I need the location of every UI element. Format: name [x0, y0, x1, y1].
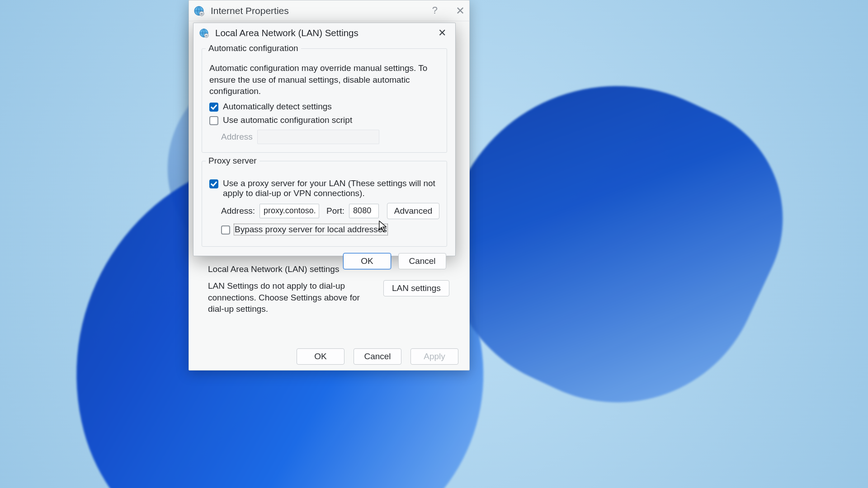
internet-properties-titlebar[interactable]: Internet Properties ? ✕	[189, 0, 469, 21]
lan-settings-button[interactable]: LAN settings	[383, 280, 449, 296]
proxy-server-group: Proxy server Use a proxy server for your…	[202, 161, 447, 247]
close-icon[interactable]: ✕	[456, 5, 465, 17]
ok-button[interactable]: OK	[343, 253, 391, 269]
auto-config-script-label: Use automatic configuration script	[223, 115, 352, 125]
proxy-server-legend: Proxy server	[206, 156, 259, 166]
proxy-port-label: Port:	[326, 206, 344, 216]
auto-config-address-label: Address	[221, 132, 253, 142]
automatic-configuration-legend: Automatic configuration	[206, 43, 301, 53]
lan-settings-title: Local Area Network (LAN) Settings	[215, 28, 359, 38]
cancel-button[interactable]: Cancel	[398, 253, 446, 269]
proxy-address-input[interactable]	[259, 204, 319, 218]
help-button[interactable]: ?	[432, 5, 438, 17]
close-icon[interactable]: ✕	[434, 25, 450, 41]
svg-rect-7	[205, 36, 208, 36]
automatic-configuration-description: Automatic configuration may override man…	[209, 62, 439, 97]
auto-config-address-input[interactable]	[257, 130, 379, 144]
svg-rect-2	[201, 13, 203, 14]
proxy-advanced-button[interactable]: Advanced	[387, 203, 439, 219]
auto-config-script-checkbox[interactable]	[209, 116, 218, 125]
use-proxy-checkbox[interactable]	[209, 179, 218, 188]
automatic-configuration-group: Automatic configuration Automatic config…	[202, 48, 447, 153]
internet-properties-title: Internet Properties	[211, 5, 289, 16]
apply-button[interactable]: Apply	[410, 348, 458, 365]
cancel-button[interactable]: Cancel	[354, 348, 401, 365]
proxy-address-label: Address:	[221, 206, 255, 216]
auto-detect-checkbox[interactable]	[209, 103, 218, 112]
internet-options-icon	[193, 5, 204, 16]
lan-settings-group-text: LAN Settings do not apply to dial-up con…	[208, 280, 375, 315]
svg-rect-3	[201, 14, 203, 14]
use-proxy-label: Use a proxy server for your LAN (These s…	[223, 178, 439, 198]
internet-options-icon	[199, 28, 209, 38]
svg-rect-6	[205, 35, 208, 36]
lan-settings-dialog: Local Area Network (LAN) Settings ✕ Auto…	[193, 23, 456, 256]
lan-settings-titlebar[interactable]: Local Area Network (LAN) Settings ✕	[193, 23, 455, 43]
bypass-proxy-label: Bypass proxy server for local addresses	[235, 225, 387, 235]
auto-detect-label: Automatically detect settings	[223, 102, 332, 112]
ok-button[interactable]: OK	[297, 348, 344, 365]
proxy-port-input[interactable]	[349, 204, 379, 218]
bypass-proxy-checkbox[interactable]	[221, 225, 230, 235]
